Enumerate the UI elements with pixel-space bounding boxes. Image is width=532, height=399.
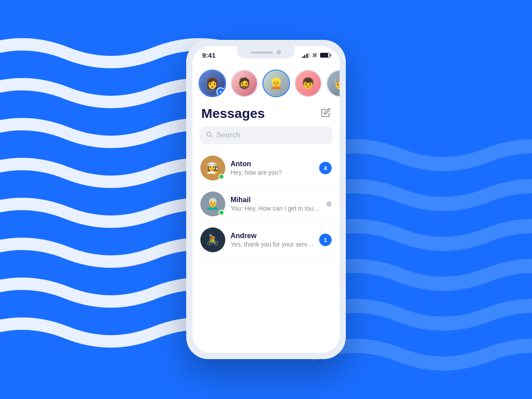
messages-header: Messages: [192, 102, 340, 126]
sender-name-2: Mihail: [231, 196, 321, 204]
story-image-4: 👦: [295, 70, 321, 96]
story-avatar-1[interactable]: 👩 +: [199, 70, 226, 97]
wifi-icon: ⌘: [312, 52, 317, 59]
message-content-1: Anton Hey, how are you?: [231, 160, 314, 176]
phone-shell: 9:41 ⌘ 👩 + 🧔: [186, 40, 346, 359]
unread-badge-3: 1: [319, 234, 332, 246]
read-indicator-2: [326, 201, 332, 207]
message-item-2[interactable]: 👨‍🦳 Mihail You: Hey. How can I get in to…: [192, 186, 340, 222]
message-content-3: Andrew Yes, thank you for your services!: [231, 232, 314, 248]
stories-row[interactable]: 👩 + 🧔 👱 👦 🧓: [192, 63, 340, 102]
battery-icon: [320, 53, 330, 58]
sender-name-3: Andrew: [231, 232, 314, 240]
search-icon: [206, 131, 213, 140]
unread-badge-1: 4: [319, 162, 332, 174]
story-avatar-4[interactable]: 👦: [294, 70, 322, 97]
avatar-wrap-1: 👩‍🍳: [200, 156, 225, 180]
notch-camera: [277, 50, 281, 55]
svg-text:👨‍🦳: 👨‍🦳: [206, 197, 219, 210]
story-avatar-3[interactable]: 👱: [262, 70, 290, 97]
message-preview-1: Hey, how are you?: [231, 169, 314, 176]
messages-title: Messages: [201, 106, 265, 121]
message-preview-3: Yes, thank you for your services!: [231, 241, 314, 248]
avatar-wrap-2: 👨‍🦳: [200, 192, 225, 216]
phone-mockup: 9:41 ⌘ 👩 + 🧔: [186, 40, 346, 359]
story-avatar-2[interactable]: 🧔: [231, 70, 258, 97]
story-avatar-5[interactable]: 🧓: [326, 70, 340, 97]
online-indicator-2: [219, 210, 224, 215]
sender-name-1: Anton: [231, 160, 314, 168]
message-item-1[interactable]: 👩‍🍳 Anton Hey, how are you? 4: [192, 150, 340, 186]
signal-icon: [302, 53, 310, 58]
message-preview-2: You: Hey. How can I get in touch with...: [231, 205, 321, 212]
story-image-3: 👱: [263, 70, 289, 96]
notch-speaker: [251, 51, 273, 54]
status-icons: ⌘: [302, 52, 330, 59]
svg-text:👩‍🍳: 👩‍🍳: [206, 161, 219, 174]
search-bar[interactable]: Search: [200, 126, 332, 144]
status-time: 9:41: [202, 51, 215, 59]
story-image-2: 🧔: [231, 70, 257, 96]
compose-button[interactable]: [321, 108, 331, 120]
story-image-5: 🧓: [327, 70, 340, 96]
online-indicator-1: [219, 174, 224, 180]
phone-notch: [237, 46, 295, 59]
svg-text:🚴: 🚴: [206, 233, 219, 246]
avatar-3: 🚴: [200, 227, 225, 252]
svg-line-1: [211, 136, 212, 137]
search-placeholder: Search: [216, 131, 240, 140]
message-list: 👩‍🍳 Anton Hey, how are you? 4: [192, 150, 340, 258]
phone-screen: 9:41 ⌘ 👩 + 🧔: [192, 46, 340, 353]
message-content-2: Mihail You: Hey. How can I get in touch …: [231, 196, 321, 212]
story-add-badge: +: [216, 87, 225, 96]
avatar-wrap-3: 🚴: [200, 227, 225, 252]
message-item-3[interactable]: 🚴 Andrew Yes, thank you for your service…: [192, 222, 340, 258]
